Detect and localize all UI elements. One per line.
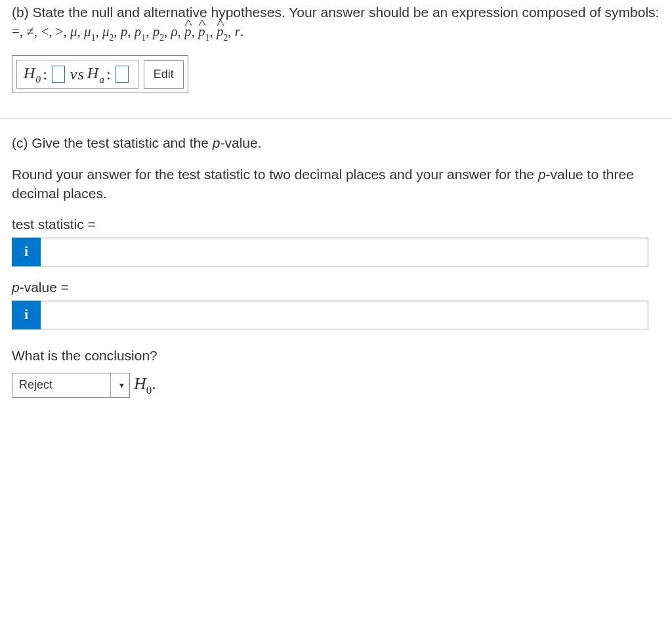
- vs-text: vs: [70, 66, 85, 83]
- ha-input-box[interactable]: [116, 66, 129, 83]
- part-c-prompt1: (c) Give the test statistic and the p-va…: [12, 133, 660, 152]
- part-b-section: (b) State the null and alternative hypot…: [0, 0, 672, 119]
- ha-symbol: Ha: [87, 64, 105, 85]
- part-b-prompt: (b) State the null and alternative hypot…: [12, 3, 660, 43]
- pvalue-row: i: [12, 301, 648, 329]
- conclusion-question: What is the conclusion?: [12, 348, 660, 364]
- test-statistic-input[interactable]: [41, 238, 648, 266]
- info-button-test-stat[interactable]: i: [12, 238, 41, 266]
- edit-button[interactable]: Edit: [144, 60, 184, 89]
- hypothesis-container: H0 : vs Ha : Edit: [12, 55, 188, 94]
- hypothesis-expression-box[interactable]: H0 : vs Ha :: [16, 60, 138, 89]
- info-button-pvalue[interactable]: i: [12, 301, 41, 329]
- pvalue-label: p-value =: [12, 280, 660, 295]
- h0-input-box[interactable]: [52, 66, 65, 83]
- colon2: :: [106, 66, 112, 83]
- symbols-list: =, ≠, <, >, μ, μ1, μ2, p, p1, p2, ρ, p, …: [12, 24, 243, 39]
- test-statistic-label: test statistic =: [12, 217, 660, 232]
- pvalue-input[interactable]: [41, 301, 648, 329]
- info-icon: i: [24, 244, 28, 259]
- h0-symbol: H0: [24, 64, 41, 85]
- info-icon: i: [24, 307, 28, 322]
- edit-button-label: Edit: [154, 68, 174, 81]
- part-b-prompt-text: (b) State the null and alternative hypot…: [12, 5, 659, 20]
- test-statistic-row: i: [12, 238, 648, 266]
- h0-conclusion-text: H0.: [134, 374, 156, 396]
- conclusion-row: Reject ▼ H0.: [12, 373, 660, 398]
- conclusion-select[interactable]: Reject ▼: [12, 373, 130, 398]
- part-c-section: (c) Give the test statistic and the p-va…: [0, 119, 672, 415]
- colon: :: [43, 66, 48, 83]
- conclusion-select-value: Reject: [19, 378, 52, 392]
- chevron-down-icon: ▼: [102, 381, 125, 389]
- part-c-prompt2: Round your answer for the test statistic…: [12, 165, 660, 203]
